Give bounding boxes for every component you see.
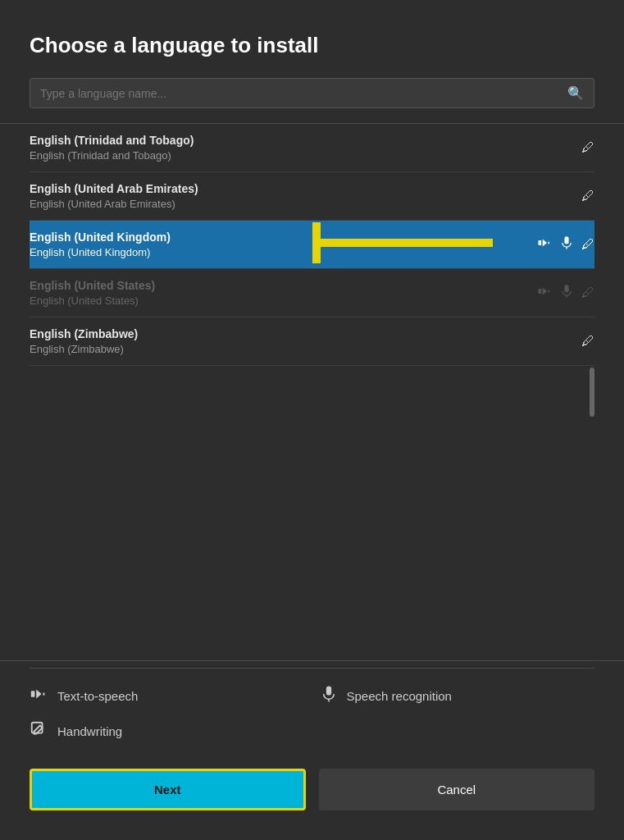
- edit-icon-en-zw[interactable]: 🖊: [581, 334, 594, 349]
- svg-rect-2: [539, 240, 542, 245]
- language-item-en-ae[interactable]: English (United Arab Emirates) English (…: [30, 172, 594, 221]
- tts-feature-icon: [30, 685, 48, 707]
- dialog-container: Choose a language to install 🔍 English (…: [0, 0, 624, 840]
- cancel-button[interactable]: Cancel: [319, 769, 595, 810]
- edit-icon-en-ae[interactable]: 🖊: [581, 189, 594, 203]
- lang-icons-en-zw: 🖊: [581, 334, 594, 349]
- lang-native-en-zw: English (Zimbabwe): [30, 343, 138, 355]
- svg-rect-6: [539, 289, 542, 294]
- scrollbar-indicator: [590, 368, 594, 417]
- language-item-en-tt[interactable]: English (Trinidad and Tobago) English (T…: [30, 124, 594, 172]
- tts-icon-en-gb[interactable]: [537, 235, 552, 253]
- feature-handwriting: Handwriting: [30, 720, 304, 742]
- lang-text-en-zw: English (Zimbabwe) English (Zimbabwe): [30, 327, 138, 355]
- edit-icon-en-gb[interactable]: 🖊: [581, 237, 594, 252]
- feature-tts-label: Text-to-speech: [57, 689, 138, 703]
- svg-rect-4: [564, 236, 568, 244]
- edit-icon-en-tt[interactable]: 🖊: [581, 140, 594, 155]
- next-button[interactable]: Next: [30, 769, 306, 810]
- lang-name-en-gb: English (United Kingdom): [30, 231, 171, 244]
- features-section: Text-to-speech Speech recognition Handwr…: [30, 668, 594, 742]
- lang-text-en-us: English (United States) English (United …: [30, 279, 155, 307]
- divider-bottom: [0, 660, 624, 661]
- mic-feature-icon: [321, 685, 337, 707]
- feature-speech: Speech recognition: [321, 685, 595, 707]
- search-icon[interactable]: 🔍: [567, 85, 584, 101]
- feature-tts: Text-to-speech: [30, 685, 304, 707]
- lang-icons-en-gb: 🖊: [537, 235, 594, 253]
- lang-native-en-ae: English (United Arab Emirates): [30, 198, 198, 210]
- button-row: Next Cancel: [30, 769, 594, 810]
- svg-rect-7: [549, 290, 550, 293]
- lang-icons-en-ae: 🖊: [581, 189, 594, 203]
- edit-icon-en-us[interactable]: 🖊: [581, 285, 594, 300]
- page-title: Choose a language to install: [30, 33, 594, 58]
- svg-rect-10: [31, 691, 35, 696]
- lang-text-en-ae: English (United Arab Emirates) English (…: [30, 182, 198, 210]
- lang-text-en-gb: English (United Kingdom) English (United…: [30, 231, 171, 258]
- search-input[interactable]: [40, 87, 567, 100]
- language-item-en-gb[interactable]: English (United Kingdom) English (United…: [30, 221, 594, 269]
- lang-native-en-gb: English (United Kingdom): [30, 246, 171, 258]
- mic-icon-en-us[interactable]: [560, 284, 573, 302]
- svg-rect-12: [326, 687, 330, 696]
- lang-name-en-zw: English (Zimbabwe): [30, 327, 138, 340]
- lang-text-en-tt: English (Trinidad and Tobago) English (T…: [30, 134, 194, 162]
- yellow-arrow-svg: [312, 222, 493, 263]
- lang-icons-en-tt: 🖊: [581, 140, 594, 155]
- arrow-annotation: [312, 222, 493, 267]
- feature-speech-label: Speech recognition: [347, 689, 452, 703]
- language-list[interactable]: English (Trinidad and Tobago) English (T…: [30, 124, 594, 660]
- language-item-en-us[interactable]: English (United States) English (United …: [30, 269, 594, 317]
- lang-name-en-us: English (United States): [30, 279, 155, 292]
- lang-native-en-tt: English (Trinidad and Tobago): [30, 149, 194, 162]
- svg-rect-3: [549, 242, 550, 244]
- svg-rect-11: [43, 692, 45, 696]
- svg-rect-8: [564, 285, 568, 292]
- tts-icon-en-us[interactable]: [537, 284, 552, 302]
- language-item-en-zw[interactable]: English (Zimbabwe) English (Zimbabwe) 🖊: [30, 317, 594, 366]
- feature-handwriting-label: Handwriting: [57, 724, 122, 738]
- handwriting-feature-icon: [30, 720, 48, 742]
- search-container: 🔍: [30, 78, 594, 108]
- lang-name-en-tt: English (Trinidad and Tobago): [30, 134, 194, 147]
- lang-name-en-ae: English (United Arab Emirates): [30, 182, 198, 195]
- mic-icon-en-gb[interactable]: [560, 235, 573, 253]
- lang-icons-en-us: 🖊: [537, 284, 594, 302]
- lang-native-en-us: English (United States): [30, 294, 155, 307]
